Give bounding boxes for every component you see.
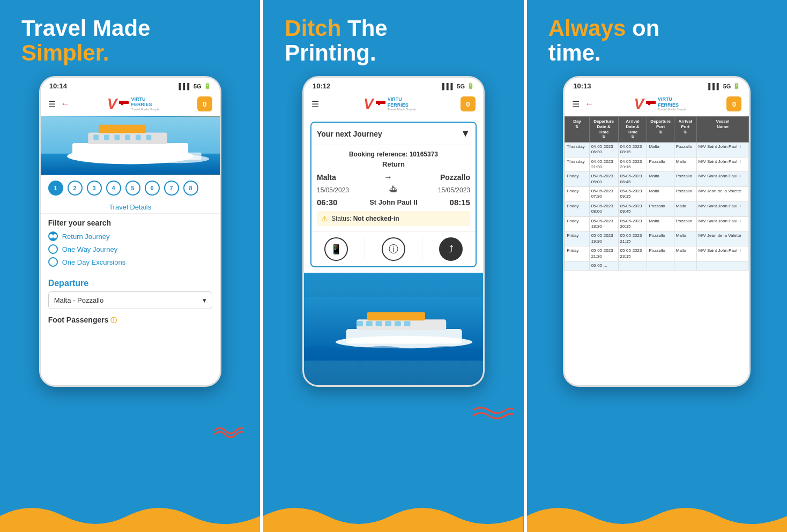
table-cell: 04-05-2023 08:15 — [618, 142, 647, 157]
svg-rect-14 — [146, 135, 151, 140]
table-cell: Malta — [674, 157, 696, 172]
panel1-headline: Travel Made Simpler. — [11, 16, 249, 65]
signal-icon-3: ▌▌▌ — [708, 83, 721, 89]
svg-rect-28 — [385, 321, 391, 327]
svg-rect-22 — [346, 329, 462, 344]
hamburger-icon-1[interactable]: ☰ — [48, 99, 56, 109]
page-dot-6[interactable]: 6 — [145, 181, 160, 196]
page-dot-8[interactable]: 8 — [183, 181, 198, 196]
back-icon-1[interactable]: ← — [61, 99, 70, 109]
back-icon-3[interactable]: ← — [585, 99, 593, 109]
departure-select[interactable]: Malta - Pozzallo ▾ — [48, 291, 212, 309]
radio-oneway-journey[interactable]: One Way Journey — [48, 244, 212, 254]
radio-excursion-label: One Day Excursions — [62, 258, 126, 266]
table-cell — [647, 261, 674, 271]
panel2-headline: Ditch ThePrinting. — [274, 16, 513, 65]
table-cell: 05-05-2023 09:15 — [618, 187, 647, 202]
table-row: Thursday04-05-2023 06:3004-05-2023 08:15… — [565, 142, 749, 157]
table-row: Friday05-05-2023 19:3005-05-2023 21:15Po… — [565, 231, 749, 246]
table-cell: Pozzallo — [647, 231, 674, 246]
status-icons-3: ▌▌▌ 5G 🔋 — [708, 83, 740, 89]
table-cell: Malta — [674, 246, 696, 261]
ferry-image-1 — [41, 116, 220, 175]
table-cell: M/V Saint John Paul II — [696, 201, 749, 216]
radio-excursion-journey[interactable]: One Day Excursions — [48, 257, 212, 267]
arrow-right-icon: → — [384, 173, 392, 182]
chat-icon-1[interactable]: 0 — [197, 96, 212, 111]
radio-excursion-circle[interactable] — [48, 257, 58, 267]
panel1-headline-accent: Simpler. — [21, 40, 109, 65]
dropdown-icon[interactable]: ▼ — [461, 128, 470, 139]
status-time-1: 10:14 — [49, 82, 67, 90]
header-left-icons-3: ☰ ← — [572, 99, 593, 109]
share-button[interactable]: ⤴ — [439, 237, 463, 261]
table-row: Friday05-05-2023 08:0005-05-2023 09:45Po… — [565, 201, 749, 216]
table-cell: Malta — [647, 172, 674, 187]
table-cell: Friday — [565, 201, 589, 216]
table-cell: 05-05-2023 18:30 — [589, 216, 618, 231]
battery-icon-2: 🔋 — [467, 83, 474, 89]
col-departure-dt: DepartureDate &Time ⇅ — [589, 117, 618, 142]
info-icon-foot[interactable]: ⓘ — [110, 317, 117, 324]
radio-oneway-circle[interactable] — [48, 244, 58, 254]
departure-date: 15/05/2023 — [317, 186, 349, 194]
panel-3: Always ontime. 10:13 ▌▌▌ 5G 🔋 ☰ ← V — [524, 0, 787, 532]
wave-bottom-2 — [263, 500, 523, 532]
radio-return-journey[interactable]: Return Journey — [48, 231, 212, 241]
col-arrival-dt: ArrivalDate &Time ⇅ — [618, 117, 647, 142]
wave-bottom-1 — [0, 500, 260, 532]
radio-return-circle[interactable] — [48, 231, 58, 241]
table-cell: Friday — [565, 231, 589, 246]
table-cell: Malta — [674, 201, 696, 216]
hamburger-icon-3[interactable]: ☰ — [572, 99, 580, 109]
table-cell: Pozzallo — [647, 201, 674, 216]
chat-icon-2[interactable]: 0 — [461, 96, 476, 111]
app-header-2: ☰ V VIRTU FERRIES Travel Made Simple 0 — [304, 92, 483, 116]
status-time-3: 10:13 — [573, 82, 591, 90]
timetable-body: Thursday04-05-2023 06:3004-05-2023 08:15… — [565, 142, 749, 271]
page-dot-4[interactable]: 4 — [106, 181, 121, 196]
departure-time: 06:30 — [317, 198, 337, 207]
hamburger-icon-2[interactable]: ☰ — [311, 99, 319, 109]
status-text: Status: Not checked-in — [331, 215, 399, 222]
svg-rect-13 — [135, 135, 140, 140]
svg-rect-1 — [119, 104, 129, 107]
info-button[interactable]: ⓘ — [382, 237, 405, 261]
table-cell: 04-05-2023 23:15 — [618, 157, 647, 172]
travel-details-link[interactable]: Travel Details — [41, 201, 220, 213]
status-icons-1: ▌▌▌ 5G 🔋 — [179, 83, 211, 89]
table-cell: 05-05-2023 09:45 — [618, 201, 647, 216]
logo-1: V VIRTU FERRIES Travel Made Simple — [107, 95, 160, 113]
svg-rect-12 — [125, 135, 130, 140]
table-cell: Friday — [565, 246, 589, 261]
chat-icon-3[interactable]: 0 — [726, 96, 741, 111]
logo-v-2: V — [363, 95, 374, 113]
page-dot-2[interactable]: 2 — [68, 181, 83, 196]
svg-rect-18 — [376, 104, 385, 107]
destination: Pozzallo — [440, 173, 470, 182]
journey-card: Your next Journey ▼ Booking reference: 1… — [310, 122, 477, 267]
booking-ref: Booking reference: 10165373 — [317, 151, 470, 158]
svg-point-2 — [121, 103, 124, 106]
info-circle-icon: ⓘ — [389, 243, 398, 256]
table-cell: 05-05-2023 08:00 — [589, 201, 618, 216]
timetable-container[interactable]: Day ⇅ DepartureDate &Time ⇅ ArrivalDate … — [565, 116, 749, 271]
svg-rect-26 — [366, 321, 373, 327]
signal-icon-1: ▌▌▌ — [179, 83, 191, 89]
panel3-headline: Always ontime. — [538, 16, 776, 65]
svg-rect-27 — [376, 321, 382, 327]
panel-2: Ditch ThePrinting. 10:12 ▌▌▌ 5G 🔋 ☰ V — [260, 0, 523, 532]
time-row: 06:30 St John Paul II 08:15 — [317, 198, 470, 207]
page-dot-5[interactable]: 5 — [125, 181, 140, 196]
svg-point-33 — [648, 103, 651, 106]
timetable: Day ⇅ DepartureDate &Time ⇅ ArrivalDate … — [565, 116, 749, 271]
page-dot-1[interactable]: 1 — [48, 181, 63, 196]
table-cell: 05-05-2023 05:00 — [589, 172, 618, 187]
svg-rect-30 — [404, 321, 411, 327]
qr-code-button[interactable]: 📱 — [324, 237, 348, 261]
phone-mockup-1: 10:14 ▌▌▌ 5G 🔋 ☰ ← V VIRTU — [39, 76, 221, 387]
page-dot-3[interactable]: 3 — [87, 181, 102, 196]
table-cell — [618, 261, 647, 271]
table-row: Friday05-05-2023 18:3005-05-2023 20:15Ma… — [565, 216, 749, 231]
page-dot-7[interactable]: 7 — [164, 181, 179, 196]
